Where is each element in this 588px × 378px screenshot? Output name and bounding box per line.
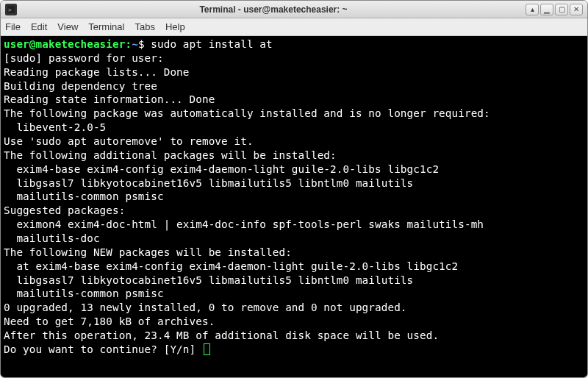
- output-line: at exim4-base exim4-config exim4-daemon-…: [4, 260, 458, 272]
- output-line: Need to get 7,180 kB of archives.: [4, 315, 215, 327]
- menu-view[interactable]: View: [57, 21, 78, 32]
- output-line: The following additional packages will b…: [4, 149, 337, 161]
- close-button[interactable]: ✕: [570, 4, 583, 15]
- output-line: Reading state information... Done: [4, 93, 215, 105]
- terminal-icon: >: [5, 4, 17, 15]
- output-line: The following package was automatically …: [4, 107, 490, 119]
- output-line: Reading package lists... Done: [4, 66, 190, 78]
- prompt-user-host: user@maketecheasier: [4, 38, 125, 50]
- output-line: libgsasl7 libkyotocabinet16v5 libmailuti…: [4, 177, 413, 189]
- menubar: File Edit View Terminal Tabs Help: [1, 18, 587, 36]
- output-line: Do you want to continue? [Y/n]: [4, 343, 202, 355]
- output-line: [sudo] password for user:: [4, 52, 164, 64]
- minimize-button[interactable]: ▁: [540, 4, 553, 15]
- output-line: Use 'sudo apt autoremove' to remove it.: [4, 135, 254, 147]
- output-line: libgsasl7 libkyotocabinet16v5 libmailuti…: [4, 274, 413, 286]
- window-buttons: ▴ ▁ ▢ ✕: [526, 4, 583, 15]
- prompt-separator: :: [125, 38, 132, 50]
- output-line: mailutils-common psmisc: [4, 190, 164, 202]
- prompt-sigil: $: [138, 38, 145, 50]
- menu-terminal[interactable]: Terminal: [88, 21, 124, 32]
- window-titlebar: > Terminal - user@maketecheasier: ~ ▴ ▁ …: [1, 1, 587, 18]
- prompt-command: sudo apt install at: [151, 38, 272, 50]
- output-line: After this operation, 23.4 MB of additio…: [4, 329, 439, 341]
- prompt-path: ~: [132, 38, 138, 50]
- menu-edit[interactable]: Edit: [31, 21, 47, 32]
- maximize-button[interactable]: ▢: [555, 4, 568, 15]
- output-line: mailutils-doc: [4, 232, 100, 244]
- menu-help[interactable]: Help: [165, 21, 185, 32]
- terminal-cursor: [204, 343, 210, 355]
- menu-file[interactable]: File: [5, 21, 21, 32]
- output-line: Suggested packages:: [4, 204, 125, 216]
- output-line: Building dependency tree: [4, 80, 157, 92]
- output-line: 0 upgraded, 13 newly installed, 0 to rem…: [4, 302, 407, 313]
- output-line: mailutils-common psmisc: [4, 288, 164, 299]
- output-line: libevent-2.0-5: [4, 121, 106, 133]
- output-line: exim4-base exim4-config exim4-daemon-lig…: [4, 163, 439, 175]
- shade-button[interactable]: ▴: [526, 4, 539, 15]
- menu-tabs[interactable]: Tabs: [135, 21, 154, 32]
- svg-text:>: >: [8, 7, 12, 13]
- terminal-viewport[interactable]: user@maketecheasier:~$ sudo apt install …: [1, 36, 587, 377]
- output-line: eximon4 exim4-doc-html | exim4-doc-info …: [4, 218, 484, 230]
- window-title: Terminal - user@maketecheasier: ~: [21, 4, 526, 15]
- output-line: The following NEW packages will be insta…: [4, 246, 292, 258]
